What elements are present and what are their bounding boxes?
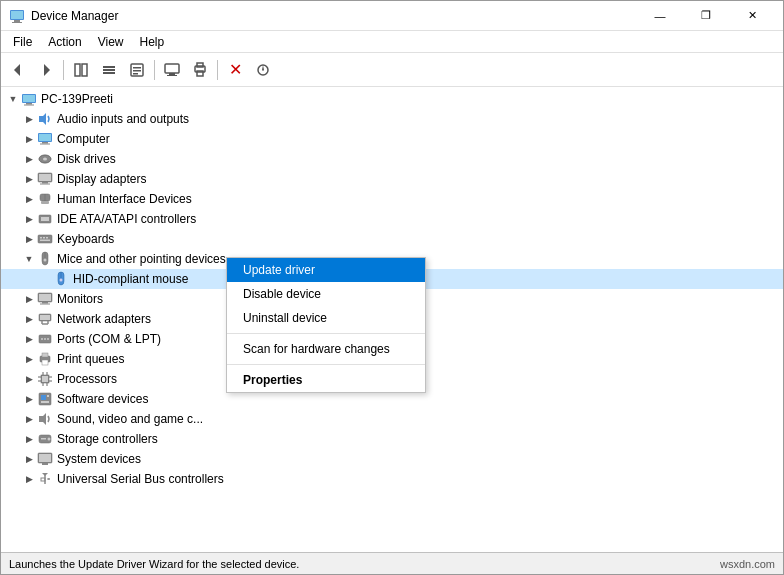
context-menu: Update driver Disable device Uninstall d… [226,257,426,393]
svg-rect-34 [39,174,51,181]
toolbar-forward[interactable] [33,57,59,83]
processors-expand[interactable]: ▶ [21,371,37,387]
ctx-uninstall-device[interactable]: Uninstall device [227,306,425,330]
svg-rect-29 [42,142,48,144]
network-label: Network adapters [57,312,151,326]
svg-point-63 [47,338,49,340]
mice-label: Mice and other pointing devices [57,252,226,266]
usb-icon [37,471,53,487]
hid-mouse-label: HID-compliant mouse [73,272,188,286]
system-label: System devices [57,452,141,466]
tree-item-storage[interactable]: ▶ Storage controllers [1,429,783,449]
monitor-icon [164,62,180,78]
svg-point-83 [48,438,51,441]
ctx-update-driver[interactable]: Update driver [227,258,425,282]
ctx-separator-2 [227,364,425,365]
forward-icon [38,62,54,78]
monitors-icon [37,291,53,307]
minimize-button[interactable]: — [637,1,683,31]
svg-marker-26 [39,113,46,125]
collapse-icon [73,62,89,78]
tree-item-sound[interactable]: ▶ Sound, video and game c... [1,409,783,429]
tree-root[interactable]: ▼ PC-139Preeti [1,89,783,109]
ctx-scan-hardware[interactable]: Scan for hardware changes [227,337,425,361]
status-bar: Launches the Update Driver Wizard for th… [1,552,783,574]
network-icon [37,311,53,327]
svg-rect-41 [41,217,49,221]
svg-point-92 [48,478,50,480]
sound-icon [37,411,53,427]
ide-expand[interactable]: ▶ [21,211,37,227]
menu-view[interactable]: View [90,33,132,51]
ports-expand[interactable]: ▶ [21,331,37,347]
computer-expand[interactable]: ▶ [21,131,37,147]
audio-label: Audio inputs and outputs [57,112,189,126]
maximize-button[interactable]: ❐ [683,1,729,31]
ctx-disable-device[interactable]: Disable device [227,282,425,306]
back-icon [10,62,26,78]
svg-rect-20 [197,71,203,76]
tree-item-usb[interactable]: ▶ Universal Serial Bus controllers [1,469,783,489]
root-label: PC-139Preeti [41,92,113,106]
mice-expand[interactable]: ▼ [21,251,37,267]
system-icon [37,451,53,467]
tree-item-system[interactable]: ▶ System devices [1,449,783,469]
usb-expand[interactable]: ▶ [21,471,37,487]
tree-item-computer[interactable]: ▶ Computer [1,129,783,149]
display-label: Display adapters [57,172,146,186]
tree-item-keyboards[interactable]: ▶ Keyboards [1,229,783,249]
root-expand[interactable]: ▼ [5,91,21,107]
toolbar-tree-collapse[interactable] [68,57,94,83]
svg-rect-52 [39,294,51,301]
network-expand[interactable]: ▶ [21,311,37,327]
expand-icon [101,62,117,78]
svg-point-48 [44,259,47,262]
software-expand[interactable]: ▶ [21,391,37,407]
storage-expand[interactable]: ▶ [21,431,37,447]
title-bar-buttons: — ❐ ✕ [637,1,775,31]
tree-item-audio[interactable]: ▶ Audio inputs and outputs [1,109,783,129]
keyboards-expand[interactable]: ▶ [21,231,37,247]
toolbar-monitor[interactable] [159,57,185,83]
hid-expand[interactable]: ▶ [21,191,37,207]
toolbar-scan[interactable] [250,57,276,83]
toolbar-expand[interactable] [96,57,122,83]
computer-label: Computer [57,132,110,146]
svg-rect-43 [40,237,42,239]
ctx-properties[interactable]: Properties [227,368,425,392]
disk-expand[interactable]: ▶ [21,151,37,167]
system-expand[interactable]: ▶ [21,451,37,467]
audio-expand[interactable]: ▶ [21,111,37,127]
svg-rect-80 [41,401,49,403]
svg-rect-19 [197,63,203,67]
svg-rect-16 [169,73,175,75]
svg-rect-35 [42,182,48,184]
svg-rect-23 [23,95,35,102]
close-button[interactable]: ✕ [729,1,775,31]
menu-file[interactable]: File [5,33,40,51]
mice-icon [37,251,53,267]
svg-rect-15 [165,64,179,73]
sound-expand[interactable]: ▶ [21,411,37,427]
tree-item-hid[interactable]: ▶ Human Interface Devices [1,189,783,209]
print-expand[interactable]: ▶ [21,351,37,367]
display-expand[interactable]: ▶ [21,171,37,187]
tree-item-display[interactable]: ▶ Display adapters [1,169,783,189]
toolbar-properties[interactable] [124,57,150,83]
toolbar-delete[interactable]: ✕ [222,57,248,83]
svg-rect-53 [42,302,48,304]
tree-item-ide[interactable]: ▶ IDE ATA/ATAPI controllers [1,209,783,229]
tree-item-disk[interactable]: ▶ Disk drives [1,149,783,169]
toolbar-back[interactable] [5,57,31,83]
monitors-expand[interactable]: ▶ [21,291,37,307]
toolbar-sep2 [154,60,155,80]
toolbar-print[interactable] [187,57,213,83]
toolbar-sep3 [217,60,218,80]
menu-help[interactable]: Help [132,33,173,51]
svg-rect-79 [47,395,49,397]
svg-marker-81 [39,413,46,425]
title-bar: Device Manager — ❐ ✕ [1,1,783,31]
menu-action[interactable]: Action [40,33,89,51]
app-icon [9,8,25,24]
ide-label: IDE ATA/ATAPI controllers [57,212,196,226]
